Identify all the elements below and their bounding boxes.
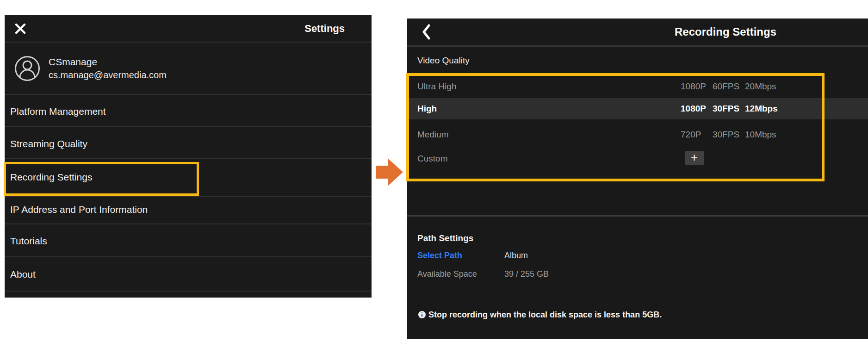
screenshot-root: Settings CSmanage cs.manage@avermedia.co…	[0, 0, 868, 354]
settings-header: Settings	[5, 15, 372, 42]
sidebar-item-platform-management[interactable]: Platform Management	[10, 106, 366, 116]
divider	[5, 126, 372, 127]
select-path-link[interactable]: Select Path	[417, 251, 462, 261]
page-title: Recording Settings	[675, 19, 776, 45]
divider	[5, 256, 372, 257]
annotation-highlight-quality-options	[406, 73, 825, 181]
back-chevron-icon[interactable]	[422, 24, 430, 40]
account-email: cs.manage@avermedia.com	[49, 70, 167, 81]
divider	[5, 94, 372, 95]
sidebar-item-streaming-quality[interactable]: Streaming Quality	[10, 139, 366, 149]
account-name: CSmanage	[49, 56, 97, 68]
available-space-label: Available Space	[417, 269, 477, 279]
divider	[5, 42, 372, 43]
section-divider	[407, 215, 868, 217]
sidebar-item-tutorials[interactable]: Tutorials	[10, 236, 366, 246]
divider	[5, 196, 372, 197]
settings-title: Settings	[304, 15, 345, 42]
annotation-arrow-icon	[376, 158, 403, 186]
divider	[5, 158, 372, 159]
recording-settings-header: Recording Settings	[407, 19, 868, 45]
video-quality-label: Video Quality	[417, 56, 470, 66]
annotation-highlight-recording-settings	[4, 162, 199, 196]
avatar-icon	[14, 56, 40, 81]
available-space-value: 39 / 255 GB	[504, 269, 549, 279]
settings-panel: Settings CSmanage cs.manage@avermedia.co…	[5, 15, 372, 298]
disk-space-note: Stop recording when the local disk space…	[428, 310, 662, 320]
divider	[5, 291, 372, 292]
path-settings-label: Path Settings	[417, 233, 473, 243]
divider	[407, 45, 868, 47]
close-icon[interactable]	[15, 23, 26, 34]
select-path-value: Album	[504, 251, 528, 261]
info-icon: i	[418, 311, 426, 318]
sidebar-item-ip-address-port[interactable]: IP Address and Port Information	[10, 205, 366, 214]
sidebar-item-about[interactable]: About	[10, 269, 366, 279]
divider	[5, 224, 372, 224]
